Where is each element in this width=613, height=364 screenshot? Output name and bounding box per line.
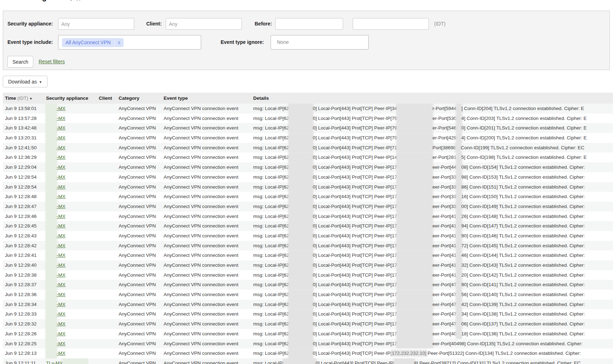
- event-row: Jun 9 12:28:54-MXAnyConnect VPNAnyConnec…: [3, 172, 613, 182]
- appliance-link[interactable]: -MX: [57, 223, 66, 229]
- reset-filters-link[interactable]: Reset filters: [39, 56, 65, 68]
- redaction-green-box: [46, 310, 57, 319]
- redaction-blur-box: [397, 300, 432, 309]
- details-text: eer-Port[33: [432, 194, 456, 199]
- appliance-link[interactable]: -MX: [57, 184, 66, 190]
- event-row: Jun 9 12:28:34-MXAnyConnect VPNAnyConnec…: [3, 300, 613, 310]
- redaction-blur-box: [456, 153, 461, 162]
- column-header-event-type[interactable]: Event type: [161, 93, 250, 104]
- event-time: Jun 9 12:11:11: [3, 358, 43, 364]
- appliance-link[interactable]: -MX: [57, 311, 66, 317]
- event-type-ignore-field[interactable]: None: [271, 35, 369, 50]
- column-header-details[interactable]: Details: [250, 93, 613, 104]
- details-text: 42] Conn-ID[139] TLSv1.2 connection esta…: [461, 302, 585, 307]
- details-text: eer-Port[47: [432, 292, 456, 297]
- event-type: AnyConnect VPN connection event: [161, 182, 250, 192]
- redaction-blur-box: [289, 251, 313, 260]
- appliance-link[interactable]: -MX: [57, 164, 66, 170]
- event-type: AnyConnect VPN connection event: [161, 260, 250, 270]
- event-appliance: -MX: [43, 114, 96, 123]
- redaction-blur-box: [456, 202, 461, 211]
- redaction-green-box: [46, 123, 57, 133]
- column-header-client[interactable]: Client: [96, 93, 116, 104]
- event-type: AnyConnect VPN connection event: [161, 114, 250, 123]
- event-details: msg: Local-IP[620] Local-Port[443] Prot[…: [250, 152, 613, 162]
- appliance-link[interactable]: -MX: [57, 135, 66, 140]
- redaction-green-box: [63, 359, 87, 364]
- event-client: [96, 358, 116, 364]
- event-category: AnyConnect VPN: [116, 182, 161, 192]
- appliance-link[interactable]: -MX: [57, 321, 66, 327]
- redaction-blur-box: [456, 260, 461, 270]
- event-time: Jun 9 12:28:47: [3, 202, 43, 212]
- event-appliance: -MX: [43, 290, 96, 300]
- redaction-blur-box: [289, 270, 313, 280]
- event-category: AnyConnect VPN: [116, 260, 161, 270]
- appliance-link[interactable]: -MX: [57, 125, 66, 131]
- redaction-blur-box: [397, 280, 432, 290]
- event-details: msg: Local-IP[620] Local-Port[443] Prot[…: [250, 339, 613, 349]
- redaction-blur-box: [456, 241, 461, 250]
- details-text: msg: Local-IP[62: [253, 311, 289, 317]
- appliance-link[interactable]: -MX: [57, 204, 66, 209]
- event-row: Jun 9 12:29:04-MXAnyConnect VPNAnyConnec…: [3, 162, 613, 172]
- appliance-link[interactable]: -MX: [57, 116, 66, 121]
- details-text: er-Port[281: [432, 155, 456, 160]
- appliance-link[interactable]: -MX: [57, 341, 66, 346]
- appliance-link[interactable]: -MX: [57, 262, 66, 268]
- appliance-link[interactable]: -MX: [57, 282, 66, 287]
- appliance-link[interactable]: -MX: [57, 155, 66, 160]
- event-type: AnyConnect VPN connection event: [161, 241, 250, 251]
- appliance-link[interactable]: -MX: [57, 331, 66, 336]
- event-details: msg: Local-IP[620] Local-Port[443] Prot[…: [250, 348, 613, 358]
- column-header-appliance[interactable]: Security appliance: [43, 93, 96, 104]
- event-row: Jun 9 12:28:46-MXAnyConnect VPNAnyConnec…: [3, 212, 613, 221]
- event-row: Jun 9 13:20:31-MXAnyConnect VPNAnyConnec…: [3, 133, 613, 143]
- appliance-link[interactable]: -MX: [57, 145, 66, 150]
- appliance-link[interactable]: -MX: [57, 214, 66, 219]
- event-details: msg: Local-IP[620] Local-Port[443] Prot[…: [250, 319, 613, 329]
- appliance-link[interactable]: -MX: [57, 302, 66, 307]
- details-text: 18] Conn-ID[136] TLSv1.2 connection esta…: [461, 331, 585, 336]
- event-row: Jun 9 12:28:54-MXAnyConnect VPNAnyConnec…: [3, 182, 613, 192]
- redaction-blur-box: [289, 212, 313, 221]
- client-input[interactable]: [166, 18, 242, 30]
- redaction-blur-box: [397, 231, 432, 241]
- event-client: [96, 162, 116, 172]
- column-header-category[interactable]: Category: [116, 93, 161, 104]
- download-as-button[interactable]: Download as▼: [3, 76, 47, 87]
- redaction-blur-box: [289, 349, 313, 358]
- appliance-link[interactable]: -MX: [57, 351, 66, 356]
- details-text: ] Conn-ID[204] TLSv1.2 connection establ…: [461, 106, 584, 111]
- event-row: Jun 9 12:28:38-MXAnyConnect VPNAnyConnec…: [3, 270, 613, 280]
- redaction-blur-box: [289, 133, 313, 143]
- column-header-time[interactable]: Time (IDT)▼: [3, 93, 43, 104]
- event-details: msg: Local-IP[620] Local-Port[443] Prot[…: [250, 133, 613, 143]
- event-appliance: -MX: [43, 143, 96, 153]
- appliance-link[interactable]: -MX: [57, 233, 66, 238]
- event-category: AnyConnect VPN: [116, 241, 161, 251]
- appliance-link[interactable]: -MX: [57, 243, 66, 248]
- appliance-link[interactable]: -MX: [57, 106, 66, 111]
- include-tag-remove-icon[interactable]: x: [114, 38, 124, 47]
- redaction-blur-box: [397, 163, 432, 172]
- before-date-input[interactable]: [275, 18, 343, 30]
- search-button[interactable]: Search: [7, 56, 33, 68]
- event-appliance: -MX: [43, 260, 96, 270]
- appliance-link[interactable]: -MX: [57, 272, 66, 278]
- event-type-include-field[interactable]: All AnyConnect VPN x: [58, 35, 201, 50]
- event-time: Jun 9 12:28:42: [3, 241, 43, 251]
- event-row: Jun 9 12:28:33-MXAnyConnect VPNAnyConnec…: [3, 309, 613, 319]
- event-client: [96, 212, 116, 221]
- before-time-input[interactable]: [353, 18, 429, 30]
- event-row: Jun 9 13:42:48-MXAnyConnect VPNAnyConnec…: [3, 123, 613, 133]
- security-appliance-input[interactable]: [58, 18, 134, 30]
- redaction-blur-box: [456, 221, 461, 231]
- appliance-link[interactable]: -MX: [57, 194, 66, 199]
- appliance-link[interactable]: TLv-MX: [46, 360, 63, 364]
- redaction-blur-box: [397, 260, 432, 270]
- appliance-link[interactable]: -MX: [57, 253, 66, 258]
- appliance-link[interactable]: -MX: [57, 174, 66, 180]
- event-category: AnyConnect VPN: [116, 280, 161, 290]
- appliance-link[interactable]: -MX: [57, 292, 66, 297]
